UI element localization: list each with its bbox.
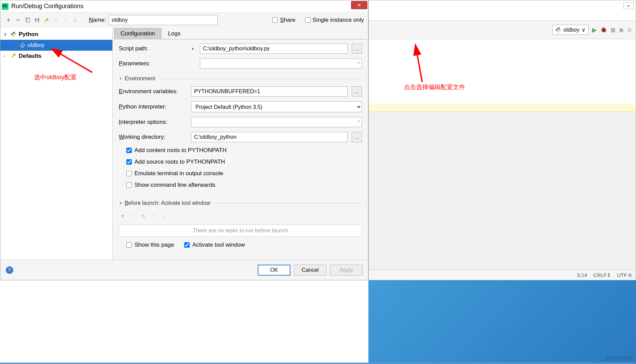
- taskbar: [0, 363, 636, 364]
- ok-button[interactable]: OK: [258, 265, 290, 276]
- run-config-selector[interactable]: oldboy ∨: [552, 25, 589, 35]
- svg-point-1: [559, 31, 559, 32]
- remove-configuration-button[interactable]: −: [14, 16, 22, 24]
- status-bar: 5:14 CRLF⇕ UTF-8: [369, 270, 636, 280]
- file-encoding[interactable]: UTF-8: [617, 272, 632, 278]
- editor-area: [369, 39, 636, 112]
- emulate-terminal-checkbox[interactable]: Emulate terminal in output console: [126, 170, 362, 177]
- env-vars-label: Environment variables:: [119, 88, 187, 95]
- python-icon: [11, 31, 17, 37]
- save-icon: [34, 17, 40, 23]
- before-launch-section[interactable]: ▼ Before launch: Activate tool window: [119, 200, 362, 206]
- dialog-title: Run/Debug Configurations: [11, 3, 83, 10]
- annotation-text-right: 点击选择编辑配置文件: [404, 83, 465, 91]
- add-content-roots-checkbox[interactable]: Add content roots to PYTHONPATH: [126, 147, 362, 154]
- add-configuration-button[interactable]: +: [4, 16, 13, 24]
- copy-icon: [25, 17, 31, 23]
- tasks-list: There are no tasks to run before launch: [119, 225, 362, 237]
- highlighted-line: [369, 104, 636, 112]
- tree-label: Defaults: [19, 53, 42, 60]
- interpreter-select[interactable]: Project Default (Python 3.5): [191, 101, 362, 112]
- tree-label: Python: [19, 31, 38, 38]
- env-vars-input[interactable]: [191, 86, 348, 97]
- run-button[interactable]: ▶: [592, 26, 597, 34]
- browse-script-button[interactable]: …: [352, 44, 362, 54]
- svg-line-8: [51, 49, 92, 72]
- show-this-page-checkbox[interactable]: Show this page: [126, 242, 174, 248]
- remove-task-button[interactable]: −: [129, 212, 137, 220]
- show-cmd-checkbox[interactable]: Show command line afterwards: [126, 182, 362, 188]
- cancel-button[interactable]: Cancel: [294, 265, 327, 276]
- copy-configuration-button[interactable]: [23, 16, 32, 24]
- browse-workdir-button[interactable]: …: [352, 132, 362, 142]
- cursor-position: 5:14: [577, 272, 587, 278]
- expand-icon[interactable]: ↗: [356, 119, 360, 124]
- config-name: oldboy: [563, 27, 579, 33]
- more-button[interactable]: ≣: [627, 27, 632, 33]
- parameters-label: Parameters:: [119, 60, 187, 67]
- browse-env-button[interactable]: …: [352, 86, 362, 97]
- pycharm-toolbar: oldboy ∨ ▶ 🐞 ▦ ◉ ≣: [369, 21, 636, 39]
- move-task-up-button[interactable]: ↑: [149, 212, 157, 220]
- close-button[interactable]: ✕: [351, 1, 367, 9]
- svg-point-7: [14, 36, 15, 37]
- help-button[interactable]: ?: [6, 266, 13, 274]
- watermark: @51CTO博客: [606, 355, 633, 361]
- pycharm-icon: PC: [2, 3, 9, 10]
- single-instance-checkbox[interactable]: Single instance only: [305, 17, 364, 23]
- move-task-down-button[interactable]: ↓: [160, 212, 167, 220]
- annotation-arrow: [48, 47, 96, 74]
- annotation-text-left: 选中oldboy配置: [34, 73, 77, 81]
- annotation-arrow: [412, 43, 453, 84]
- python-icon: [555, 27, 561, 33]
- name-label: Name:: [89, 17, 106, 23]
- chevron-down-icon: ∨: [582, 27, 586, 33]
- save-button[interactable]: [33, 16, 41, 24]
- parameters-input[interactable]: [200, 59, 362, 69]
- chevron-right-icon: ›: [4, 54, 9, 59]
- add-task-button[interactable]: +: [119, 212, 126, 220]
- interpreter-options-input[interactable]: [191, 117, 362, 127]
- minimize-button[interactable]: ━: [623, 2, 634, 9]
- interpreter-options-label: Interpreter options:: [119, 119, 187, 126]
- move-down-button[interactable]: ↓: [62, 16, 70, 24]
- profile-button[interactable]: ◉: [619, 27, 624, 33]
- run-debug-configurations-dialog: PC Run/Debug Configurations ✕ + − ↑ ↓ » …: [0, 0, 368, 280]
- script-path-input[interactable]: [200, 44, 348, 54]
- pycharm-main-window: ━ oldboy ∨ ▶ 🐞 ▦ ◉ ≣ 5:14 CRLF⇕ UTF-8: [368, 0, 636, 280]
- tree-label: oldboy: [28, 42, 45, 49]
- wrench-icon: [11, 52, 17, 60]
- debug-button[interactable]: 🐞: [600, 27, 607, 33]
- share-checkbox[interactable]: Share: [272, 17, 295, 23]
- add-source-roots-checkbox[interactable]: Add source roots to PYTHONPATH: [126, 159, 362, 165]
- edit-defaults-button[interactable]: [43, 16, 51, 24]
- apply-button[interactable]: Apply: [330, 265, 363, 276]
- svg-point-6: [13, 32, 13, 33]
- edit-task-button[interactable]: ✎: [139, 212, 147, 220]
- svg-rect-3: [27, 19, 30, 22]
- move-up-button[interactable]: ↑: [52, 16, 60, 24]
- activate-tool-window-checkbox[interactable]: Activate tool window: [184, 242, 245, 248]
- chevron-down-icon: ∨: [4, 32, 9, 37]
- environment-section[interactable]: ▼ Environment: [119, 76, 362, 82]
- svg-rect-4: [36, 18, 38, 19]
- name-input[interactable]: [109, 15, 218, 25]
- interpreter-label: Python interpreter:: [119, 103, 187, 110]
- working-dir-label: Working directory:: [119, 134, 187, 140]
- script-path-label: Script path:: [119, 45, 187, 52]
- line-separator[interactable]: CRLF⇕: [593, 272, 611, 278]
- coverage-button[interactable]: ▦: [610, 27, 616, 33]
- tree-python-node[interactable]: ∨ Python: [0, 29, 112, 40]
- svg-line-9: [415, 45, 422, 82]
- svg-rect-5: [36, 20, 38, 22]
- tab-configuration[interactable]: Configuration: [114, 28, 161, 39]
- expand-icon[interactable]: ↗: [356, 61, 360, 65]
- triangle-down-icon: ▼: [119, 77, 123, 81]
- chevron-down-icon[interactable]: ▼: [191, 47, 196, 51]
- tab-logs[interactable]: Logs: [161, 28, 187, 39]
- working-dir-input[interactable]: [191, 132, 348, 142]
- dialog-toolbar: + − ↑ ↓ » Name: Share Single instance on…: [0, 13, 368, 28]
- triangle-down-icon: ▼: [119, 201, 123, 205]
- config-tabs: Configuration Logs: [114, 28, 367, 39]
- expand-button[interactable]: »: [71, 16, 79, 24]
